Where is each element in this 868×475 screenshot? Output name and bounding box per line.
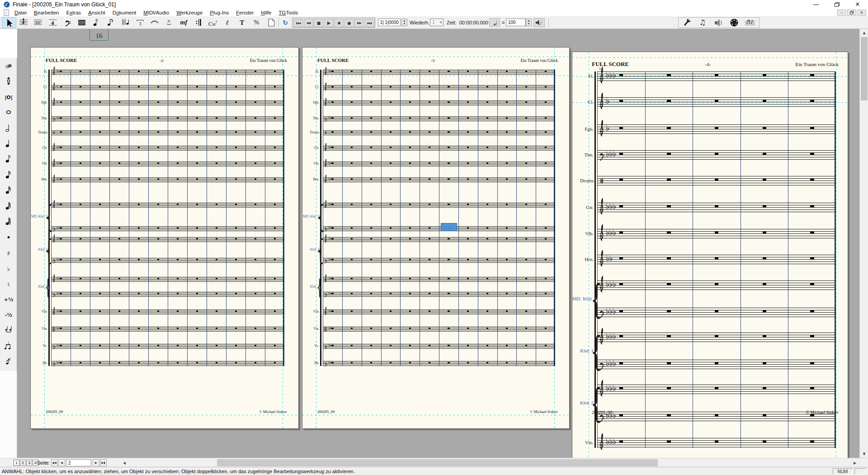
staff-vla-[interactable]: ♭♭♭ [323, 327, 555, 332]
tempo-unit-button[interactable]: ▲▼♩ [489, 18, 500, 27]
half-note[interactable] [2, 122, 15, 136]
score-page-4[interactable]: FULL SCORE-4-Ein Traum von Glück200205_0… [572, 52, 848, 458]
selected-measure-highlight[interactable] [441, 223, 457, 231]
clef-tool[interactable] [60, 17, 75, 28]
record-button[interactable]: ● [344, 19, 354, 27]
staff-kbd-1[interactable]: ♭♭♭ [323, 237, 555, 242]
articulation-tool[interactable]: > [162, 17, 176, 28]
hscroll-thumb[interactable] [217, 459, 658, 466]
wrench-icon[interactable] [679, 17, 694, 28]
staff-fgh-[interactable]: ♭ [323, 100, 555, 106]
simple-entry-tool[interactable] [89, 17, 104, 28]
vertical-scrollbar[interactable]: ▲ ▼ [859, 29, 868, 458]
whole-note[interactable] [2, 106, 15, 120]
staff-cl-[interactable]: ♭ [323, 85, 555, 90]
staff-md-kbd-3[interactable]: ♭♭♭ [51, 203, 284, 208]
go-to-end-button[interactable]: ▶▶▮ [365, 19, 374, 27]
midi-plug-icon[interactable] [727, 17, 741, 28]
playback-counter[interactable]: 1| 1|0000 [378, 19, 401, 26]
staff-db-[interactable]: ♭♭♭ [51, 361, 284, 366]
close-button[interactable]: ✕ [847, 0, 868, 9]
go-to-start-button[interactable]: ▮◀◀ [293, 19, 303, 27]
midi-tool[interactable] [118, 17, 133, 28]
speaker-button[interactable]: ♪ [533, 18, 545, 27]
staff-kbd-1[interactable]: ♭♭♭ [51, 237, 284, 242]
menu-extras[interactable]: Extras [63, 9, 85, 16]
child-close-button[interactable]: ✕ [857, 10, 866, 16]
eraser-tool[interactable] [2, 60, 15, 73]
sixteenth-note[interactable] [2, 169, 15, 182]
next-page-button[interactable]: ▶ [93, 459, 99, 466]
quarter-note[interactable] [2, 138, 15, 151]
flat[interactable]: ♭ [2, 262, 15, 276]
menu-plug-ins[interactable]: Plug-Ins [206, 9, 232, 16]
prev-page-button[interactable]: ◀ [58, 459, 65, 466]
staff-gtr-[interactable]: ♭♭♭ [323, 146, 555, 151]
text-tool[interactable]: T [235, 17, 249, 28]
staff-cl-[interactable]: ♭ [51, 85, 284, 90]
staff-vc-[interactable]: ♭♭♭ [51, 344, 284, 349]
staff-md-kbd-3[interactable]: ♭♭♭ [323, 226, 555, 232]
first-page-button[interactable]: ▮◀ [51, 459, 58, 466]
rewind-button[interactable]: ◀◀ [304, 19, 313, 27]
menu-midi-audio[interactable]: MIDI/Audio [140, 9, 173, 16]
tuplet-tool[interactable]: 3 [133, 17, 147, 28]
hscroll-right-arrow[interactable]: ▶ [854, 461, 856, 465]
thirtysecond-note[interactable] [2, 184, 15, 198]
page-layout-tool[interactable] [264, 17, 278, 28]
fast-forward-button[interactable]: ▶▶ [354, 19, 364, 27]
staff-kbd-2[interactable]: ♭♭♭ [323, 292, 555, 297]
repeat-playback-button[interactable]: ↻ [280, 17, 290, 28]
staff-kbd-1[interactable]: ♭♭♭ [51, 258, 284, 263]
scroll-up-arrow[interactable]: ▲ [860, 29, 868, 37]
staff-fl-[interactable]: ♭♭♭ [597, 71, 836, 82]
staff-tbn-[interactable]: ♭♭♭ [323, 116, 555, 122]
score-page-2[interactable]: FULL SCORE-2-Ein Traum von Glück200205_0… [30, 47, 299, 429]
notes-icon[interactable]: ♫ [695, 17, 710, 28]
staff-hrn-[interactable]: ♭♭ [51, 177, 284, 183]
staff-tbn-[interactable]: ♭♭♭ [597, 150, 836, 161]
staff-vln-[interactable]: ♭♭♭ [597, 438, 836, 448]
audio-icon[interactable] [711, 17, 726, 28]
menu-tgtools[interactable]: TGTools [275, 9, 302, 16]
staff-drums[interactable] [597, 176, 836, 186]
eighth-note[interactable] [2, 153, 15, 166]
plus-half-step[interactable]: +½ [2, 293, 15, 307]
score-page-3[interactable]: FULL SCORE-3-Ein Traum von Glück200205_0… [302, 47, 570, 429]
staff-tbn-[interactable]: ♭♭♭ [51, 116, 284, 122]
minus-half-step[interactable]: -½ [2, 309, 15, 322]
staff-kbd-2[interactable]: ♭♭♭ [323, 277, 555, 282]
page-number-input[interactable]: 2 [66, 459, 91, 466]
augmentation-dot[interactable]: • [2, 231, 15, 244]
selection-tool[interactable] [2, 17, 16, 28]
menu-datei[interactable]: Datei [11, 9, 30, 16]
score-notes-icon[interactable]: ♬♪ [743, 17, 757, 28]
menu-werkzeuge[interactable]: Werkzeuge [173, 9, 206, 16]
staff-drums[interactable] [323, 130, 555, 136]
staff-gtr-[interactable]: ♭♭♭ [51, 146, 284, 151]
scroll-down-arrow[interactable]: ▼ [860, 450, 868, 458]
last-page-button[interactable]: ▶▮ [100, 459, 107, 466]
mirror-tool[interactable]: % [249, 17, 264, 28]
measure-region-box[interactable]: 16 [90, 29, 108, 41]
minimize-button[interactable]: — [806, 0, 826, 9]
staff-md-kbd-3[interactable]: ♭♭♭ [51, 226, 284, 232]
staff-fgh-[interactable]: ♭ [597, 124, 836, 135]
staff-kbd-2[interactable]: ♭♭♭ [51, 277, 284, 282]
staff-fgh-[interactable]: ♭ [51, 100, 284, 106]
sixtyfourth-note[interactable] [2, 200, 15, 214]
menu-ansicht[interactable]: Ansicht [85, 9, 109, 16]
staff-gtr-[interactable]: ♭♭♭ [597, 203, 836, 213]
staff-vln-[interactable]: ♭♭♭ [51, 309, 284, 315]
tempo-spinner[interactable]: ▲▼ [526, 19, 532, 26]
staff-kbd-1[interactable]: ♭♭♭ [323, 258, 555, 263]
staff-kbd-1[interactable]: ♭♭♭ [597, 332, 836, 343]
staff-md-kbd-3[interactable]: ♭♭♭ [597, 280, 836, 291]
speedy-entry-tool[interactable] [104, 17, 118, 28]
staff-kbd-2[interactable]: ♭♭♭ [51, 292, 284, 297]
grace-note-tool[interactable] [2, 356, 15, 369]
staff-hrn-[interactable]: ♭♭ [323, 177, 555, 183]
staff-vc-[interactable]: ♭♭♭ [323, 344, 555, 349]
measure-tool[interactable] [75, 17, 89, 28]
staff-kbd-2[interactable]: ♭♭♭ [597, 412, 836, 422]
